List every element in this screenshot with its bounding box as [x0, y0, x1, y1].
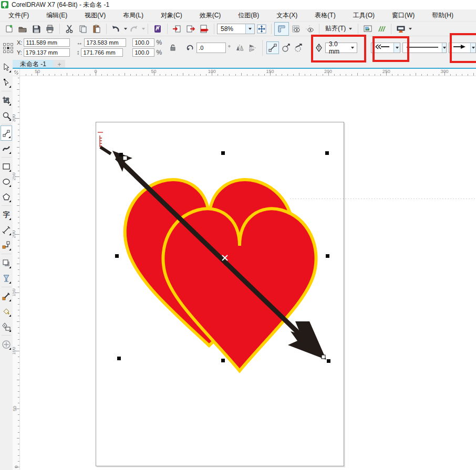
menu-window[interactable]: 窗口(W)	[386, 10, 421, 21]
application-launcher-button[interactable]	[375, 23, 388, 35]
redo-dropdown[interactable]	[142, 28, 145, 30]
snap-to-dropdown[interactable]: 贴齐(T)	[322, 23, 355, 34]
two-point-line-mode-button[interactable]	[266, 41, 279, 54]
ruler-label: 100	[208, 69, 216, 74]
fit-page-button[interactable]	[255, 23, 268, 35]
tool-color-eyedropper[interactable]	[1, 288, 12, 304]
print-button[interactable]	[43, 23, 57, 35]
full-screen-preview-dropdown[interactable]	[409, 28, 412, 30]
new-document-button[interactable]	[2, 23, 16, 35]
tool-zoom[interactable]	[1, 108, 12, 123]
show-rulers-toggle[interactable]	[274, 22, 289, 36]
tool-pick[interactable]	[1, 59, 12, 75]
tool-shape[interactable]	[1, 75, 12, 90]
tool-interactive-fill[interactable]	[1, 337, 12, 352]
tool-dimension[interactable]	[1, 222, 12, 237]
ruler-label: 250	[13, 172, 16, 180]
menu-object[interactable]: 对象(C)	[154, 10, 189, 21]
tool-drop-shadow[interactable]	[1, 255, 12, 270]
menu-layout[interactable]: 布局(L)	[117, 10, 150, 21]
line-style-combo[interactable]	[402, 43, 447, 53]
ruler-tick	[18, 228, 19, 229]
menu-bitmaps[interactable]: 位图(B)	[232, 10, 265, 21]
zoom-level-value: 58%	[218, 25, 245, 33]
y-position-field[interactable]	[24, 48, 70, 57]
tool-connector[interactable]	[1, 237, 12, 253]
tool-smart-fill[interactable]	[1, 304, 12, 319]
mirror-vertical-button[interactable]	[247, 42, 258, 54]
start-arrowhead-dropdown[interactable]	[394, 43, 400, 53]
copy-button[interactable]	[76, 23, 90, 35]
menu-text[interactable]: 文本(X)	[270, 10, 304, 21]
ruler-tick	[468, 74, 468, 76]
ruler-tick	[18, 171, 19, 171]
object-height-icon: ↕	[76, 49, 79, 56]
tool-rectangle[interactable]	[1, 159, 12, 174]
ruler-tick	[18, 200, 19, 200]
search-content-button[interactable]	[151, 23, 164, 35]
redo-button[interactable]	[127, 23, 141, 35]
scale-width-field[interactable]	[132, 38, 154, 47]
horizontal-ruler[interactable]: 50050100150200250300	[20, 69, 476, 76]
zoom-level-dropdown[interactable]	[245, 24, 254, 34]
tool-crop[interactable]	[1, 92, 12, 108]
end-arrowhead-dropdown[interactable]	[470, 43, 475, 53]
start-arrowhead-combo[interactable]	[371, 43, 400, 53]
perpendicular-line-mode-button[interactable]	[280, 42, 292, 54]
vertical-ruler[interactable]: 300250200150100500	[13, 76, 20, 470]
outline-width-dropdown[interactable]	[348, 43, 357, 53]
tangential-line-mode-button[interactable]	[293, 42, 304, 54]
scale-height-field[interactable]	[132, 48, 154, 57]
ruler-tick	[299, 73, 299, 76]
tool-transparency[interactable]	[1, 270, 12, 286]
line-style-dropdown[interactable]	[442, 43, 446, 53]
ruler-tick	[18, 194, 19, 194]
tool-outline-pen[interactable]	[1, 319, 12, 334]
import-button[interactable]	[170, 23, 184, 35]
options-button[interactable]	[361, 23, 375, 35]
tool-text[interactable]: 字	[1, 207, 12, 222]
ruler-tick	[136, 74, 137, 76]
drawing-window[interactable]	[20, 76, 476, 470]
show-guidelines-toggle[interactable]	[303, 23, 316, 35]
tool-two-point-line[interactable]	[1, 126, 12, 141]
lock-ratio-button[interactable]	[167, 42, 179, 54]
menu-view[interactable]: 视图(V)	[78, 10, 112, 21]
tool-ellipse[interactable]	[1, 174, 12, 189]
outline-width-combo[interactable]: 3.0 mm	[325, 43, 357, 53]
undo-button[interactable]	[109, 23, 123, 35]
menu-help[interactable]: 帮助(H)	[426, 10, 460, 21]
tool-artistic-media[interactable]	[1, 141, 12, 156]
export-button[interactable]	[184, 23, 198, 35]
tool-polygon[interactable]	[1, 189, 12, 204]
save-button[interactable]	[29, 23, 43, 35]
object-origin-selector[interactable]	[3, 43, 13, 53]
show-grid-toggle[interactable]	[289, 23, 303, 35]
cut-button[interactable]	[63, 23, 76, 35]
rotation-angle-field[interactable]	[196, 43, 226, 53]
publish-pdf-button[interactable]	[198, 23, 211, 35]
ruler-tick	[287, 74, 288, 76]
object-width-field[interactable]	[84, 38, 126, 47]
menu-table[interactable]: 表格(T)	[308, 10, 342, 21]
menu-tools[interactable]: 工具(O)	[347, 10, 381, 21]
ruler-tick	[18, 107, 19, 107]
ruler-origin-corner[interactable]	[13, 69, 20, 76]
page-area[interactable]	[96, 122, 344, 466]
ruler-tick	[78, 74, 79, 76]
paste-button[interactable]	[90, 23, 104, 35]
menu-edit[interactable]: 编辑(E)	[40, 10, 74, 21]
zoom-level-combo[interactable]: 58%	[217, 24, 255, 34]
open-button[interactable]	[16, 23, 29, 35]
mirror-horizontal-button[interactable]	[234, 42, 246, 54]
end-arrowhead-combo[interactable]	[449, 43, 476, 53]
ruler-tick	[439, 74, 439, 76]
object-height-field[interactable]	[81, 48, 123, 57]
coreldraw-logo-icon	[1, 1, 8, 8]
full-screen-preview-button[interactable]	[394, 23, 408, 35]
menu-effects[interactable]: 效果(C)	[193, 10, 227, 21]
ruler-label: 250	[382, 69, 390, 74]
x-position-field[interactable]	[24, 38, 70, 47]
menu-file[interactable]: 文件(F)	[2, 10, 35, 21]
ruler-label: 0	[94, 69, 97, 74]
